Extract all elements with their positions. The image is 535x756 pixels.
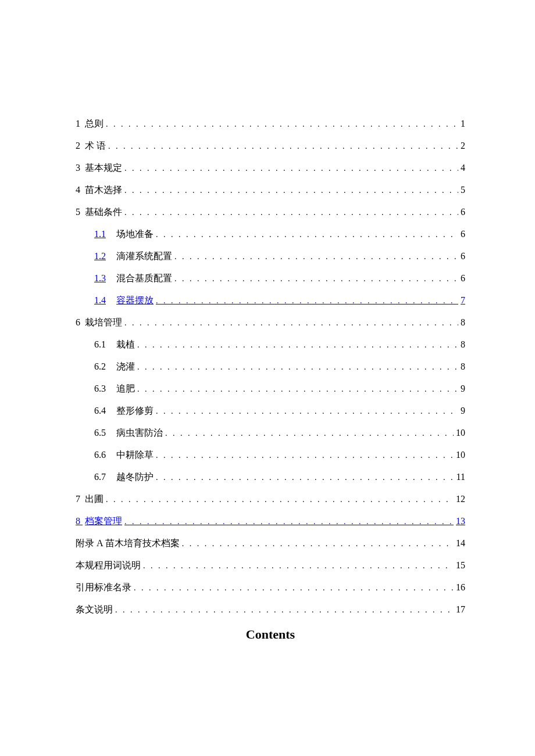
toc-page-number: 17 [456,605,465,614]
toc-page-number: 6 [461,230,465,239]
toc-entry: 7 出圃12 [76,495,465,504]
toc-page-number: 7 [461,296,465,305]
toc-page-number: 8 [461,362,465,371]
toc-title: 引用标准名录 [76,583,131,592]
toc-entry: 引用标准名录16 [76,583,465,592]
toc-leader-dots [106,120,458,128]
toc-entry: 6.2浇灌8 [76,362,465,371]
toc-entry: 6.6中耕除草10 [76,450,465,460]
toc-leader-dots [137,341,458,349]
toc-entry: 6.5病虫害防治10 [76,428,465,438]
toc-entry[interactable]: 1.3混合基质配置6 [76,274,465,283]
toc-number: 1.1 [94,230,116,239]
toc-leader-dots [134,584,454,592]
toc-leader-dots [108,142,458,151]
toc-entry: 1 总则1 [76,119,465,128]
toc-page-number: 6 [461,207,465,217]
toc-leader-dots [156,231,458,239]
toc-entry: 6.1栽植8 [76,340,465,349]
toc-title: 出圃 [85,495,104,504]
toc-title: 场地准备 [116,230,154,239]
toc-page-number: 10 [456,428,465,438]
toc-title: 基本规定 [85,163,122,173]
toc-page-number: 9 [461,384,465,393]
toc-title: 条文说明 [76,605,113,614]
toc-page-number: 9 [461,406,465,415]
toc-number: 1 [76,119,80,128]
toc-number: 7 [76,495,80,504]
toc-number: 5 [76,207,80,217]
toc-leader-dots [124,187,458,195]
toc-number: 6.5 [94,428,116,438]
toc-page-number: 13 [456,517,465,526]
toc-title: 追肥 [116,384,135,393]
toc-title: 浇灌 [116,362,135,371]
toc-leader-dots [156,407,458,415]
toc-entry: 6.3追肥9 [76,384,465,393]
toc-number: 1.4 [94,296,116,305]
toc-leader-dots [124,209,458,217]
toc-number: 6.6 [94,450,116,460]
toc-page-number: 11 [456,472,465,482]
toc-title: 混合基质配置 [116,274,172,283]
toc-leader-dots [106,496,454,504]
toc-title: 栽培管理 [85,318,122,327]
toc-title: 容器摆放 [116,296,154,305]
toc-entry: 5 基础条件6 [76,207,465,217]
toc-title: 越冬防护 [116,472,154,482]
toc-entry[interactable]: 1.1场地准备6 [76,230,465,239]
toc-leader-dots [137,363,458,371]
toc-title: 中耕除草 [116,450,154,460]
toc-title: 总则 [85,119,104,128]
toc-page-number: 8 [461,340,465,349]
toc-leader-dots [115,606,454,614]
toc-entry: 2 术 语2 [76,141,465,151]
toc-leader-dots [165,429,454,438]
toc-entry[interactable]: 1.2滴灌系统配置6 [76,252,465,261]
toc-entry: 6.7越冬防护11 [76,472,465,482]
toc-entry[interactable]: 1.4容器摆放7 [76,296,465,305]
toc-entry: 附录 A 苗木培育技术档案14 [76,539,465,548]
toc-leader-dots [156,297,458,305]
toc-page-number: 6 [461,274,465,283]
toc-number: 6.4 [94,406,116,415]
toc-entry: 3 基本规定4 [76,163,465,173]
toc-title: 整形修剪 [116,406,154,415]
toc-page-number: 16 [456,583,465,592]
toc-entry[interactable]: 8 档案管理13 [76,517,465,526]
toc-title: 本规程用词说明 [76,561,141,570]
toc-title: 栽植 [116,340,135,349]
toc-leader-dots [156,452,454,460]
toc-title: 病虫害防治 [116,428,163,438]
toc-page-number: 12 [456,495,465,504]
toc-page-number: 4 [461,163,465,173]
toc-leader-dots [137,385,458,393]
toc-number: 6.1 [94,340,116,349]
toc-title: 滴灌系统配置 [116,252,172,261]
toc-title: 基础条件 [85,207,122,217]
toc-entry: 本规程用词说明15 [76,561,465,570]
toc-title: 术 语 [85,141,106,151]
toc-number: 3 [76,163,80,173]
toc-number: 1.3 [94,274,116,283]
toc-leader-dots [124,319,458,327]
toc-leader-dots [124,518,454,526]
toc-number: 2 [76,141,80,151]
toc-number: 6.2 [94,362,116,371]
toc-number: 8 [76,517,80,526]
toc-leader-dots [174,253,458,261]
toc-number: 6.7 [94,472,116,482]
toc-entry: 条文说明17 [76,605,465,614]
toc-entry: 6 栽培管理8 [76,318,465,327]
toc-entry: 6.4整形修剪9 [76,406,465,415]
toc-page-number: 5 [461,185,465,195]
toc-page-number: 8 [461,318,465,327]
table-of-contents: 1 总则12 术 语23 基本规定44 苗木选择55 基础条件61.1场地准备6… [76,119,465,614]
toc-title: 附录 A 苗木培育技术档案 [76,539,180,548]
toc-number: 4 [76,185,80,195]
toc-title: 苗木选择 [85,185,122,195]
toc-leader-dots [174,275,458,283]
toc-page-number: 15 [456,561,465,570]
toc-number: 6.3 [94,384,116,393]
toc-leader-dots [124,164,458,173]
